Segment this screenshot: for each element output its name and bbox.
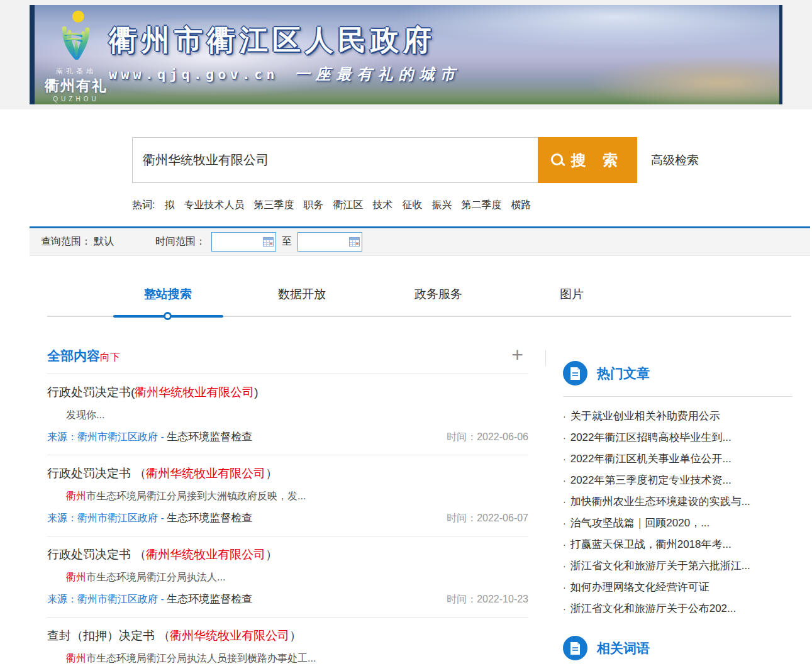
tab-rail	[30, 312, 810, 321]
hot-article-link[interactable]: ·如何办理网络文化经营许可证	[563, 577, 793, 598]
result-snippet: 衢州市生态环境局衢江分局执法人...	[47, 571, 528, 584]
scope-label: 查询范围：	[41, 235, 91, 248]
date-to-box	[298, 232, 362, 252]
site-slogan: 一座最有礼的城市	[294, 64, 460, 84]
hot-article-link[interactable]: ·2022年衢江区机关事业单位公开...	[563, 448, 793, 470]
result-meta: 来源：衢州市衢江区政府 - 生态环境监督检查 时间：2022-06-06	[47, 430, 528, 444]
result-item: 行政处罚决定书 （衢州华统牧业有限公司） 衢州市生态环境局衢江分局执法人... …	[47, 536, 528, 618]
result-title[interactable]: 行政处罚决定书(衢州华统牧业有限公司)	[47, 384, 528, 401]
result-dash: -	[158, 513, 167, 524]
hotword-link[interactable]: 振兴	[431, 199, 452, 212]
result-item: 查封（扣押）决定书 （衢州华统牧业有限公司） 衢州市生态环境局衢江分局执法人员接…	[47, 618, 528, 666]
calendar-icon[interactable]	[263, 237, 274, 247]
hotword-link[interactable]: 横路	[511, 199, 531, 212]
search-button[interactable]: 搜 索	[538, 137, 637, 183]
sidebar: 热门文章 ·关于就业创业相关补助费用公示·2022年衢江区招聘高校毕业生到...…	[563, 347, 793, 660]
date-to-input[interactable]	[298, 233, 347, 251]
result-title-highlight: 衢州华统牧业有限公司	[146, 548, 265, 561]
result-title[interactable]: 查封（扣押）决定书 （衢州华统牧业有限公司）	[47, 628, 528, 644]
related-words-title: 相关词语	[597, 640, 650, 657]
section-subtitle[interactable]: 向下	[100, 351, 120, 364]
time-filter: 时间范围： 至	[155, 232, 362, 252]
hot-article-link[interactable]: ·2022年衢江区招聘高校毕业生到...	[563, 427, 793, 448]
bullet-icon: ·	[563, 454, 566, 464]
tab-gov-services[interactable]: 政务服务	[414, 286, 462, 302]
tab-site-search[interactable]: 整站搜索	[144, 286, 192, 302]
result-source-link[interactable]: 来源：衢州市衢江区政府	[47, 593, 158, 606]
search-button-label: 搜 索	[571, 150, 625, 170]
hot-articles-title: 热门文章	[597, 365, 650, 382]
hot-article-link[interactable]: ·关于就业创业相关补助费用公示	[563, 406, 793, 427]
site-banner: 南孔圣地 衢州有礼 QUZHOU 衢州市衢江区人民政府 www.qjq.gov.…	[30, 5, 782, 104]
result-dash: -	[158, 431, 167, 443]
hotword-link[interactable]: 第二季度	[461, 199, 501, 212]
result-dash: -	[158, 594, 167, 605]
hotword-link[interactable]: 技术	[372, 199, 392, 212]
result-snippet-highlight: 衢州	[66, 653, 86, 663]
search-block: 搜 索 高级检索 热词: 拟专业技术人员第三季度职务衢江区技术征收振兴第二季度横…	[30, 137, 810, 212]
hotword-link[interactable]: 拟	[164, 199, 174, 212]
results-list: 行政处罚决定书(衢州华统牧业有限公司) 发现你... 来源：衢州市衢江区政府 -…	[47, 374, 528, 666]
banner-strip: 南孔圣地 衢州有礼 QUZHOU 衢州市衢江区人民政府 www.qjq.gov.…	[0, 0, 812, 109]
hotword-link[interactable]: 第三季度	[253, 199, 294, 212]
advanced-search-link[interactable]: 高级检索	[651, 152, 699, 169]
hot-articles-header: 热门文章	[563, 361, 793, 386]
hotwords-label: 热词:	[132, 199, 155, 212]
hot-article-link[interactable]: ·打赢蓝天保卫战，衢州2018年考...	[563, 534, 793, 555]
date-to-label: 至	[282, 235, 292, 248]
section-title[interactable]: 全部内容	[47, 347, 100, 365]
hotword-link[interactable]: 衢江区	[333, 199, 363, 212]
result-meta: 来源：衢州市衢江区政府 - 生态环境监督检查 时间：2022-10-23	[47, 592, 528, 606]
result-source-link[interactable]: 来源：衢州市衢江区政府	[47, 431, 158, 444]
result-snippet-highlight: 衢州	[66, 572, 86, 582]
hotword-link[interactable]: 职务	[303, 199, 323, 212]
result-time: 时间：2022-10-23	[447, 593, 528, 606]
results-section-header: 全部内容 向下 +	[47, 347, 528, 374]
bullet-icon: ·	[563, 561, 566, 571]
column-divider	[545, 350, 546, 366]
hotword-link[interactable]: 专业技术人员	[184, 199, 244, 212]
date-from-box	[211, 232, 276, 252]
tab-open-data[interactable]: 数据开放	[278, 286, 326, 302]
bullet-icon: ·	[563, 475, 566, 486]
result-meta: 来源：衢州市衢江区政府 - 生态环境监督检查 时间：2022-06-07	[47, 511, 528, 525]
related-words-header: 相关词语	[563, 636, 793, 660]
hotword-link[interactable]: 征收	[402, 199, 422, 212]
calendar-icon[interactable]	[349, 237, 360, 247]
bullet-icon: ·	[563, 540, 566, 550]
hotwords-list: 拟专业技术人员第三季度职务衢江区技术征收振兴第二季度横路	[164, 199, 531, 212]
hot-article-link[interactable]: ·治气攻坚战篇｜回顾2020，...	[563, 513, 793, 534]
search-input[interactable]	[132, 137, 538, 183]
result-time: 时间：2022-06-06	[447, 431, 528, 444]
scope-value[interactable]: 默认	[94, 235, 114, 248]
result-item: 行政处罚决定书 （衢州华统牧业有限公司） 衢州市生态环境局衢江分局接到大洲镇政府…	[47, 455, 528, 536]
hot-article-link[interactable]: ·加快衢州农业生态环境建设的实践与...	[563, 491, 793, 513]
site-logo: 南孔圣地 衢州有礼 QUZHOU	[42, 10, 110, 103]
bullet-icon: ·	[563, 518, 566, 528]
date-from-input[interactable]	[212, 233, 261, 251]
hotwords-row: 热词: 拟专业技术人员第三季度职务衢江区技术征收振兴第二季度横路	[132, 199, 810, 212]
tab-rail-knob-icon	[164, 312, 172, 320]
expand-plus-icon[interactable]: +	[511, 345, 523, 365]
hot-article-link[interactable]: ·浙江省文化和旅游厅关于第六批浙江...	[563, 555, 793, 577]
hot-article-link[interactable]: ·2022年第三季度初定专业技术资...	[563, 470, 793, 491]
result-title-highlight: 衢州华统牧业有限公司	[135, 386, 254, 399]
bullet-icon: ·	[563, 582, 566, 592]
result-item: 行政处罚决定书(衢州华统牧业有限公司) 发现你... 来源：衢州市衢江区政府 -…	[47, 374, 528, 455]
result-snippet: 衢州市生态环境局衢江分局接到大洲镇政府反映，发...	[47, 490, 528, 503]
result-source-link[interactable]: 来源：衢州市衢江区政府	[47, 512, 158, 525]
result-category: 生态环境监督检查	[167, 592, 252, 606]
result-title[interactable]: 行政处罚决定书 （衢州华统牧业有限公司）	[47, 465, 528, 482]
hot-article-link[interactable]: ·浙江省文化和旅游厅关于公布202...	[563, 598, 793, 619]
time-range-label: 时间范围：	[155, 235, 206, 248]
bullet-icon: ·	[563, 411, 566, 421]
sidebar-divider	[563, 396, 793, 397]
result-time: 时间：2022-06-07	[447, 512, 528, 525]
bullet-icon: ·	[563, 497, 566, 507]
logo-tagline: 南孔圣地	[42, 67, 110, 76]
search-icon	[551, 153, 565, 167]
tab-images[interactable]: 图片	[560, 286, 584, 302]
search-tabs: 整站搜索 数据开放 政务服务 图片	[30, 286, 810, 302]
results-column: 全部内容 向下 + 行政处罚决定书(衢州华统牧业有限公司) 发现你... 来源：…	[47, 347, 528, 666]
result-title[interactable]: 行政处罚决定书 （衢州华统牧业有限公司）	[47, 547, 528, 563]
